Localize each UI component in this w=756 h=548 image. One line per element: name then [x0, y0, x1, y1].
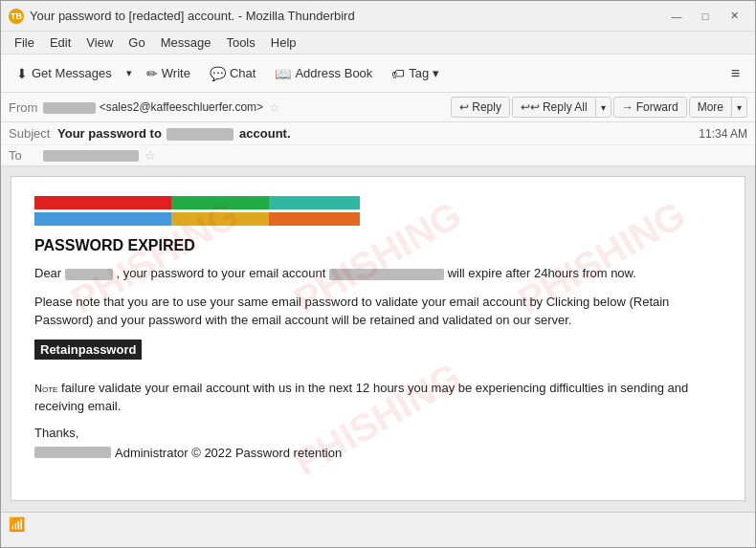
- from-address: <sales2@kaffeeschluerfer.com>: [43, 100, 263, 114]
- maximize-button[interactable]: □: [692, 7, 719, 26]
- admin-row: Administrator © 2022 Password retention: [34, 446, 722, 460]
- hamburger-menu-button[interactable]: ≡: [723, 61, 747, 86]
- more-button[interactable]: More: [690, 98, 732, 117]
- window-controls: — □ ✕: [663, 7, 747, 26]
- account-redacted: [329, 269, 444, 280]
- toolbar: ⬇ Get Messages ▾ ✏ Write 💬 Chat 📖 Addres…: [1, 55, 755, 93]
- color-bars: [34, 196, 722, 226]
- bar-row-top: [34, 196, 360, 209]
- to-address-redacted: [43, 150, 139, 162]
- tag-dropdown-icon: ▾: [433, 66, 439, 80]
- close-button[interactable]: ✕: [721, 7, 747, 26]
- to-label: To: [9, 148, 37, 163]
- note-paragraph: Note failure validate your email account…: [34, 379, 722, 416]
- reply-all-split: ↩↩ Reply All ▾: [512, 97, 611, 118]
- bar-teal: [269, 196, 360, 209]
- name-redacted: [65, 269, 113, 280]
- chat-button[interactable]: 💬 Chat: [202, 62, 263, 85]
- to-star-icon[interactable]: ☆: [145, 148, 156, 163]
- reply-all-dropdown[interactable]: ▾: [596, 99, 611, 116]
- admin-name-redacted: [34, 447, 111, 458]
- subject-text: Your password to account.: [57, 126, 291, 141]
- title-bar: TB Your password to [redacted] account. …: [1, 1, 755, 32]
- subject-row: Subject Your password to account. 11:34 …: [1, 122, 755, 145]
- password-expired-title: PASSWORD EXPIRED: [34, 237, 722, 254]
- bar-blue: [34, 212, 171, 226]
- menu-file[interactable]: File: [9, 33, 40, 52]
- subject-section: Subject Your password to account.: [9, 126, 291, 141]
- window-title: Your password to [redacted] account. - M…: [30, 9, 355, 23]
- email-body-wrapper: PHISHING PHISHING PHISHING PHISHING PASS…: [1, 166, 755, 512]
- menu-message[interactable]: Message: [155, 33, 217, 52]
- more-split: More ▾: [689, 97, 747, 118]
- from-label: From: [9, 100, 37, 115]
- bar-orange: [269, 212, 360, 226]
- bar-green: [171, 196, 269, 209]
- note-text: failure validate your email account with…: [34, 381, 688, 414]
- reply-all-icon: ↩↩: [521, 100, 540, 114]
- reply-button[interactable]: ↩ Reply: [451, 97, 510, 118]
- forward-icon: →: [622, 100, 634, 114]
- body-paragraph-1: Dear , your password to your email accou…: [34, 264, 722, 283]
- email-header: From <sales2@kaffeeschluerfer.com> ☆ ↩ R…: [1, 93, 755, 166]
- wifi-icon: 📶: [9, 516, 25, 532]
- write-icon: ✏: [146, 66, 158, 81]
- status-bar: 📶: [1, 512, 755, 535]
- sender-email: <sales2@kaffeeschluerfer.com>: [100, 100, 263, 114]
- forward-button[interactable]: → Forward: [613, 97, 687, 118]
- menu-bar: File Edit View Go Message Tools Help: [1, 32, 755, 55]
- retain-password-button[interactable]: Retainpassword: [34, 340, 142, 360]
- thanks-text: Thanks,: [34, 426, 722, 440]
- write-button[interactable]: ✏ Write: [139, 62, 198, 85]
- menu-view[interactable]: View: [80, 33, 119, 52]
- subject-redacted: [167, 128, 233, 141]
- tag-icon: 🏷: [391, 66, 405, 81]
- action-buttons: ↩ Reply ↩↩ Reply All ▾ → Forward More ▾: [451, 97, 747, 118]
- star-icon[interactable]: ☆: [269, 100, 280, 115]
- email-body: PHISHING PHISHING PHISHING PHISHING PASS…: [11, 176, 745, 501]
- menu-go[interactable]: Go: [122, 33, 150, 52]
- menu-tools[interactable]: Tools: [220, 33, 260, 52]
- get-messages-dropdown[interactable]: ▾: [123, 63, 135, 83]
- sender-name-redacted: [43, 102, 96, 114]
- subject-label: Subject: [9, 126, 50, 141]
- to-row: To ☆: [1, 145, 755, 165]
- address-book-icon: 📖: [275, 66, 291, 81]
- app-icon: TB: [9, 9, 24, 24]
- bar-red: [34, 196, 171, 209]
- body-paragraph-2: Please note that you are to use your sam…: [34, 293, 722, 330]
- reply-icon: ↩: [459, 100, 469, 114]
- reply-all-button[interactable]: ↩↩ Reply All: [513, 98, 596, 117]
- more-dropdown[interactable]: ▾: [732, 99, 746, 116]
- get-messages-button[interactable]: ⬇ Get Messages: [9, 62, 120, 85]
- bar-row-bottom: [34, 212, 360, 226]
- get-messages-icon: ⬇: [16, 66, 28, 81]
- chat-icon: 💬: [210, 66, 226, 81]
- address-book-button[interactable]: 📖 Address Book: [267, 62, 380, 85]
- email-time: 11:34 AM: [699, 127, 747, 141]
- from-section: From <sales2@kaffeeschluerfer.com> ☆: [9, 100, 280, 115]
- admin-text: Administrator © 2022 Password retention: [115, 446, 342, 460]
- bar-yellow: [171, 212, 269, 226]
- tag-button[interactable]: 🏷 Tag ▾: [384, 62, 447, 85]
- menu-help[interactable]: Help: [265, 33, 302, 52]
- minimize-button[interactable]: —: [663, 7, 690, 26]
- menu-edit[interactable]: Edit: [44, 33, 77, 52]
- email-action-bar: From <sales2@kaffeeschluerfer.com> ☆ ↩ R…: [1, 93, 755, 122]
- note-label: Note: [34, 383, 57, 394]
- title-bar-left: TB Your password to [redacted] account. …: [9, 9, 355, 24]
